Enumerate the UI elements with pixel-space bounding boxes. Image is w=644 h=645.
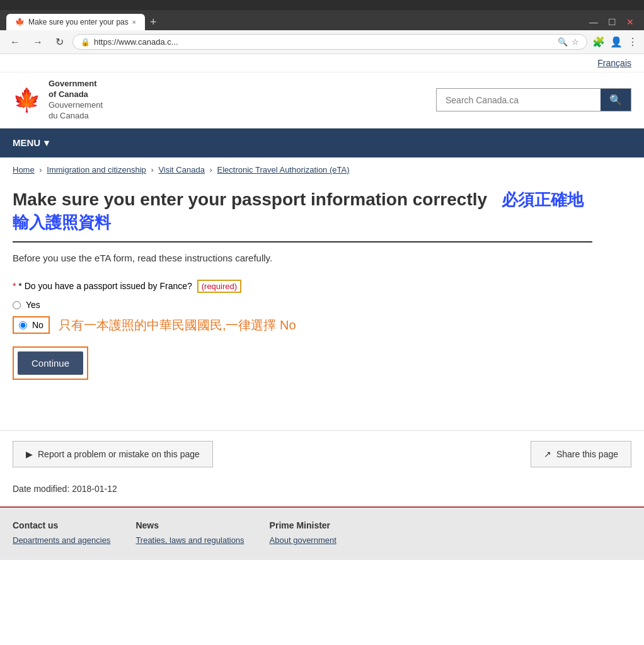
breadcrumb: Home › Immigration and citizenship › Vis… — [0, 157, 644, 182]
more-options-icon[interactable]: ⋮ — [628, 36, 638, 48]
minimize-button[interactable]: — — [585, 17, 602, 27]
radio-yes-label: Yes — [26, 300, 40, 310]
gov-name-fr: Gouvernementdu Canada — [49, 100, 103, 122]
tab-favicon: 🍁 — [15, 18, 25, 26]
url-text: https://www.canada.c... — [94, 37, 554, 47]
footer-link-treaties[interactable]: Treaties, laws and regulations — [135, 535, 244, 545]
breadcrumb-sep-1: › — [39, 165, 42, 174]
footer-col-pm-heading: Prime Minister — [270, 520, 336, 530]
search-url-icon: 🔍 — [558, 37, 568, 47]
main-content: Make sure you enter your passport inform… — [0, 182, 605, 418]
footer-col-news: News Treaties, laws and regulations — [135, 520, 244, 547]
footer-col-news-heading: News — [135, 520, 244, 530]
radio-yes-item[interactable]: Yes — [13, 300, 592, 310]
page-title: Make sure you enter your passport inform… — [13, 188, 592, 243]
search-input[interactable] — [437, 89, 601, 111]
report-icon: ▶ — [26, 449, 33, 459]
no-annotation-text: 只有一本護照的中華民國國民,一律選擇 No — [59, 317, 296, 334]
share-icon: ↗ — [544, 449, 551, 459]
radio-no-input[interactable] — [19, 321, 27, 329]
radio-group: Yes No 只有一本護照的中華民國國民,一律選擇 No — [13, 300, 592, 334]
report-problem-label: Report a problem or mistake on this page — [38, 449, 200, 459]
page-wrapper: Français 🍁 Governmentof Canada Gouvernem… — [0, 54, 644, 560]
window-controls: — ☐ ✕ — [585, 17, 638, 27]
radio-no-label: No — [32, 320, 43, 330]
continue-wrapper: Continue — [13, 346, 88, 380]
gov-logo: 🍁 Governmentof Canada Gouvernementdu Can… — [13, 79, 103, 122]
page-title-en: Make sure you enter your passport inform… — [13, 190, 487, 209]
site-header: 🍁 Governmentof Canada Gouvernementdu Can… — [0, 72, 644, 128]
share-page-button[interactable]: ↗ Share this page — [531, 441, 631, 467]
menu-button[interactable]: MENU ▾ — [13, 128, 49, 157]
browser-toolbar-icons: 🧩 👤 ⋮ — [592, 36, 638, 48]
breadcrumb-home[interactable]: Home — [13, 165, 35, 174]
required-label: (required) — [197, 280, 241, 293]
date-modified: Date modified: 2018-01-12 — [0, 477, 644, 506]
breadcrumb-sep-3: › — [210, 165, 212, 174]
tab-title: Make sure you enter your pass... — [28, 18, 129, 26]
footer-link-departments[interactable]: Departments and agencies — [13, 535, 110, 545]
close-tab-button[interactable]: × — [132, 18, 136, 26]
breadcrumb-visit-canada[interactable]: Visit Canada — [158, 165, 204, 174]
breadcrumb-sep-2: › — [151, 165, 153, 174]
footer-col-contact: Contact us Departments and agencies — [13, 520, 110, 547]
browser-tab-active[interactable]: 🍁 Make sure you enter your pass... × — [6, 14, 145, 30]
browser-tab-bar: 🍁 Make sure you enter your pass... × + —… — [0, 10, 644, 30]
radio-no-item[interactable]: No — [13, 316, 50, 334]
continue-button[interactable]: Continue — [18, 351, 83, 375]
back-button[interactable]: ← — [6, 35, 24, 49]
forward-button[interactable]: → — [29, 35, 47, 49]
menu-chevron-icon: ▾ — [44, 137, 49, 149]
star-icon[interactable]: ☆ — [572, 37, 579, 47]
maximize-button[interactable]: ☐ — [604, 17, 620, 27]
intro-text: Before you use the eTA form, read these … — [13, 253, 592, 263]
url-bar[interactable]: 🔒 https://www.canada.c... 🔍 ☆ — [72, 34, 587, 50]
language-bar: Français — [0, 54, 644, 72]
maple-leaf-icon: 🍁 — [13, 87, 41, 113]
footer-link-about-gov[interactable]: About government — [270, 535, 336, 545]
report-problem-button[interactable]: ▶ Report a problem or mistake on this pa… — [13, 441, 213, 467]
footer-col-pm: Prime Minister About government — [270, 520, 336, 547]
new-tab-button[interactable]: + — [145, 16, 162, 29]
site-footer: Contact us Departments and agencies News… — [0, 506, 644, 560]
browser-toolbar: ← → ↻ 🔒 https://www.canada.c... 🔍 ☆ 🧩 👤 … — [0, 30, 644, 54]
search-button[interactable]: 🔍 — [601, 89, 631, 111]
question-text: * Do you have a passport issued by Franc… — [18, 281, 192, 291]
extensions-icon[interactable]: 🧩 — [592, 36, 605, 48]
form-question: * * Do you have a passport issued by Fra… — [13, 281, 592, 291]
refresh-button[interactable]: ↻ — [52, 35, 67, 49]
search-bar: 🔍 — [436, 88, 631, 111]
required-asterisk: * — [13, 281, 16, 291]
lock-icon: 🔒 — [81, 38, 90, 47]
site-nav: MENU ▾ — [0, 128, 644, 157]
menu-label: MENU — [13, 137, 40, 148]
share-page-label: Share this page — [556, 449, 618, 459]
footer-actions: ▶ Report a problem or mistake on this pa… — [0, 430, 644, 477]
browser-chrome — [0, 0, 644, 10]
profile-icon[interactable]: 👤 — [610, 36, 623, 48]
breadcrumb-immigration[interactable]: Immigration and citizenship — [47, 165, 146, 174]
date-modified-value: 2018-01-12 — [72, 484, 117, 494]
breadcrumb-eta[interactable]: Electronic Travel Authorization (eTA) — [217, 165, 349, 174]
footer-col-contact-heading: Contact us — [13, 520, 110, 530]
radio-yes-input[interactable] — [13, 301, 21, 309]
francais-link[interactable]: Français — [597, 58, 631, 68]
date-modified-label: Date modified: — [13, 484, 69, 494]
gov-name: Governmentof Canada Gouvernementdu Canad… — [49, 79, 103, 122]
footer-columns: Contact us Departments and agencies News… — [13, 520, 631, 547]
gov-name-en: Governmentof Canada — [49, 79, 103, 100]
close-window-button[interactable]: ✕ — [623, 17, 638, 27]
